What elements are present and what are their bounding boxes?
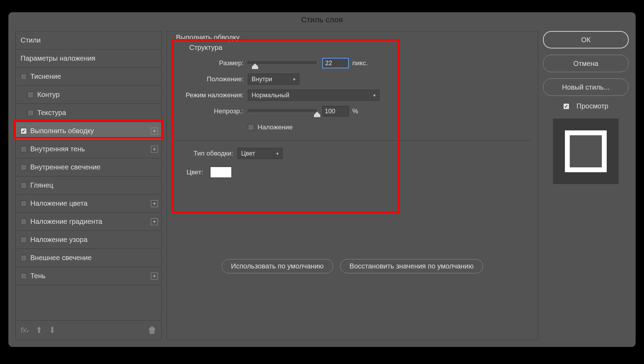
opacity-row: Непрозр.: %	[174, 103, 531, 119]
checkbox-icon[interactable]	[21, 219, 27, 225]
plus-icon[interactable]: +	[151, 128, 158, 135]
sidebar-item-label: Внешнее свечение	[30, 254, 92, 262]
default-buttons: Использовать по умолчанию Восстановить з…	[174, 259, 531, 273]
overprint-row: Наложение	[174, 119, 531, 135]
color-row: Цвет:	[174, 164, 531, 180]
chevron-down-icon: ▾	[293, 77, 296, 82]
plus-icon[interactable]: +	[151, 218, 158, 225]
sidebar-item-texture[interactable]: Текстура	[16, 104, 161, 122]
size-slider[interactable]	[248, 61, 317, 65]
sidebar-item-label: Внутреннее свечение	[30, 163, 100, 171]
sidebar-item-gradient-overlay[interactable]: Наложение градиента +	[16, 213, 161, 231]
checkbox-icon[interactable]	[28, 92, 34, 98]
sidebar-item-outer-glow[interactable]: Внешнее свечение	[16, 249, 161, 267]
checkbox-icon[interactable]	[21, 146, 27, 152]
layer-style-dialog: Стиль слоя Стили Параметры наложения Тис…	[8, 12, 636, 347]
plus-icon[interactable]: +	[151, 146, 158, 153]
slider-thumb-icon[interactable]	[252, 63, 258, 69]
sidebar-item-label: Тиснение	[30, 73, 61, 81]
sidebar-item-color-overlay[interactable]: Наложение цвета +	[16, 195, 161, 213]
overprint-checkbox[interactable]	[248, 124, 254, 130]
dialog-title: Стиль слоя	[8, 12, 636, 28]
fill-type-row: Тип обводки: Цвет ▾	[174, 145, 531, 161]
blend-select[interactable]: Нормальный ▾	[248, 90, 380, 101]
position-select[interactable]: Внутри ▾	[248, 74, 299, 85]
opacity-input[interactable]	[322, 106, 349, 116]
sidebar-item-label: Глянец	[30, 181, 53, 189]
opacity-label: Непрозр.:	[174, 107, 244, 115]
overprint-label: Наложение	[258, 123, 293, 131]
sidebar-item-drop-shadow[interactable]: Тень +	[16, 267, 161, 285]
size-input[interactable]	[322, 58, 349, 68]
ok-button[interactable]: ОК	[543, 31, 629, 48]
sidebar-item-pattern-overlay[interactable]: Наложение узора	[16, 231, 161, 249]
fill-type-select[interactable]: Цвет ▾	[237, 148, 283, 159]
preview-checkbox[interactable]	[563, 103, 569, 109]
position-label: Положение:	[174, 75, 244, 83]
checkbox-icon[interactable]	[21, 273, 27, 279]
checkbox-icon[interactable]	[28, 110, 34, 116]
move-up-icon[interactable]: ⬆	[36, 325, 43, 335]
make-default-button[interactable]: Использовать по умолчанию	[222, 259, 333, 273]
plus-icon[interactable]: +	[151, 273, 158, 280]
color-swatch[interactable]	[210, 167, 232, 178]
sidebar-item-label: Тень	[30, 272, 46, 280]
checkbox-icon[interactable]	[21, 74, 27, 80]
sidebar-item-label: Выполнить обводку	[30, 127, 94, 135]
preview-shape	[565, 130, 607, 172]
sidebar-item-label: Наложение цвета	[30, 199, 87, 207]
preview-row: Просмотр	[563, 102, 608, 110]
dialog-body: Стили Параметры наложения Тиснение Конту…	[8, 28, 636, 347]
checkbox-icon[interactable]	[21, 128, 27, 134]
reset-default-button[interactable]: Восстановить значения по умолчанию	[340, 259, 483, 273]
checkbox-icon[interactable]	[21, 255, 27, 261]
opacity-slider[interactable]	[248, 109, 317, 113]
sidebar-item-label: Текстура	[37, 109, 66, 117]
move-down-icon[interactable]: ⬇	[49, 325, 56, 335]
checkbox-icon[interactable]	[21, 200, 27, 207]
size-unit: пикс.	[352, 59, 368, 67]
size-row: Размер: пикс.	[174, 55, 531, 71]
preview-label: Просмотр	[576, 102, 608, 110]
blend-row: Режим наложения: Нормальный ▾	[174, 87, 531, 103]
preview-thumbnail	[553, 119, 619, 184]
opacity-unit: %	[352, 107, 358, 115]
color-label: Цвет:	[174, 168, 203, 176]
checkbox-icon[interactable]	[21, 164, 27, 170]
checkbox-icon[interactable]	[21, 182, 27, 189]
sidebar-item-contour[interactable]: Контур	[16, 86, 161, 104]
select-value: Цвет	[241, 150, 255, 157]
right-panel: ОК Отмена Новый стиль... Просмотр	[543, 31, 629, 340]
sidebar-item-stroke[interactable]: Выполнить обводку +	[16, 122, 161, 140]
chevron-down-icon: ▾	[276, 151, 279, 156]
select-value: Нормальный	[252, 92, 289, 99]
sidebar-header-styles[interactable]: Стили	[16, 31, 161, 50]
sidebar-item-inner-glow[interactable]: Внутреннее свечение	[16, 158, 161, 176]
sidebar-footer: fx▾ ⬆ ⬇ 🗑	[16, 320, 161, 340]
divider	[174, 140, 531, 141]
trash-icon[interactable]: 🗑	[148, 325, 156, 335]
select-value: Внутри	[252, 76, 272, 83]
sidebar-item-bevel[interactable]: Тиснение	[16, 68, 161, 86]
panel-heading: Выполнить обводку	[174, 31, 531, 42]
sidebar-item-inner-shadow[interactable]: Внутренняя тень +	[16, 140, 161, 158]
new-style-button[interactable]: Новый стиль...	[543, 78, 629, 96]
checkbox-icon[interactable]	[21, 237, 27, 243]
slider-thumb-icon[interactable]	[314, 112, 320, 117]
sidebar-item-label: Наложение узора	[30, 236, 87, 244]
sidebar-header-blending[interactable]: Параметры наложения	[16, 50, 161, 68]
fill-type-label: Тип обводки:	[174, 150, 233, 157]
cancel-button[interactable]: Отмена	[543, 55, 629, 72]
structure-heading: Структура	[174, 42, 531, 55]
blend-label: Режим наложения:	[174, 91, 244, 99]
chevron-down-icon: ▾	[373, 93, 376, 98]
position-row: Положение: Внутри ▾	[174, 71, 531, 87]
settings-panel: Выполнить обводку Структура Размер: пикс…	[167, 31, 538, 340]
sidebar-item-label: Контур	[37, 91, 60, 99]
fx-menu-icon[interactable]: fx▾	[21, 326, 29, 335]
sidebar-item-label: Внутренняя тень	[30, 145, 85, 153]
sidebar-item-label: Наложение градиента	[30, 218, 102, 226]
size-label: Размер:	[174, 59, 244, 67]
sidebar-item-satin[interactable]: Глянец	[16, 176, 161, 195]
plus-icon[interactable]: +	[151, 200, 158, 207]
